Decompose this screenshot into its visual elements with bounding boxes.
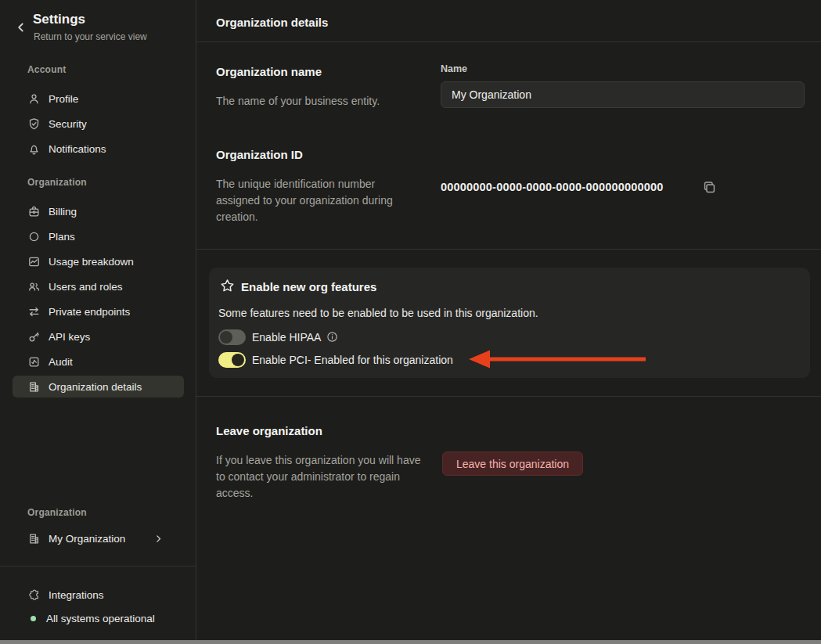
user-icon [27, 92, 41, 106]
sidebar-item-security[interactable]: Security [13, 113, 184, 135]
sidebar-item-notifications[interactable]: Notifications [13, 138, 184, 160]
features-card-title: Enable new org features [241, 280, 376, 293]
sidebar-item-label: Integrations [49, 589, 104, 601]
sidebar-item-label: Profile [49, 93, 78, 105]
status-dot-icon [31, 616, 36, 621]
info-icon[interactable] [326, 331, 338, 343]
header-divider [196, 41, 821, 42]
org-id-description: The unique identification number assigne… [216, 176, 418, 225]
sidebar: Settings Return to your service view Acc… [0, 0, 196, 644]
hipaa-toggle-label: Enable HIPAA [252, 331, 321, 344]
sidebar-item-label: API keys [49, 331, 90, 343]
org-switcher[interactable]: My Organization [13, 527, 184, 549]
sidebar-item-plans[interactable]: Plans [13, 225, 184, 247]
system-status[interactable]: All systems operational [13, 607, 184, 629]
key-icon [27, 330, 41, 344]
sidebar-item-usage-breakdown[interactable]: Usage breakdown [13, 250, 184, 272]
billing-icon [27, 205, 41, 218]
sidebar-title: Settings [33, 12, 85, 27]
sidebar-item-integrations[interactable]: Integrations [13, 584, 184, 606]
sidebar-item-organization-details[interactable]: Organization details [13, 376, 184, 398]
org-name-heading: Organization name [216, 65, 322, 78]
sidebar-item-label: Notifications [49, 143, 106, 155]
shield-check-icon [27, 117, 41, 131]
name-field-label: Name [441, 63, 467, 74]
users-icon [27, 280, 41, 293]
sidebar-item-label: Audit [49, 356, 73, 368]
leave-description: If you leave this organization you will … [216, 452, 426, 502]
chevron-right-icon [153, 534, 164, 544]
arrows-icon [27, 305, 41, 318]
org-name-description: The name of your business entity. [216, 93, 443, 110]
building-icon [27, 380, 41, 394]
puzzle-icon [27, 588, 41, 602]
sidebar-divider [0, 566, 196, 567]
copy-icon[interactable] [702, 180, 718, 196]
sidebar-item-label: Security [49, 118, 87, 130]
annotation-arrow-icon [469, 349, 646, 369]
sidebar-item-label: Private endpoints [49, 306, 130, 318]
section-divider [196, 396, 821, 397]
section-label-account: Account [27, 64, 66, 75]
sidebar-item-api-keys[interactable]: API keys [13, 326, 184, 347]
org-id-heading: Organization ID [216, 148, 303, 161]
hipaa-toggle[interactable] [218, 329, 246, 345]
settings-page: Settings Return to your service view Acc… [0, 0, 821, 644]
sidebar-item-label: Plans [49, 231, 75, 243]
circle-icon [27, 230, 41, 243]
status-label: All systems operational [46, 613, 155, 624]
org-switcher-label: Organization [27, 507, 87, 518]
section-label-organization: Organization [27, 177, 87, 188]
back-chevron-icon[interactable] [14, 20, 28, 34]
sidebar-item-private-endpoints[interactable]: Private endpoints [13, 300, 184, 322]
building-icon [27, 532, 41, 545]
section-divider [196, 249, 821, 250]
pci-toggle[interactable] [218, 352, 246, 368]
sidebar-item-label: Users and roles [49, 281, 123, 293]
page-title: Organization details [216, 16, 328, 29]
pci-toggle-label: Enable PCI- Enabled for this organizatio… [252, 354, 453, 366]
sidebar-item-audit[interactable]: Audit [13, 351, 184, 372]
sidebar-subtitle[interactable]: Return to your service view [34, 31, 147, 42]
features-card-description: Some features need to be enabled to be u… [218, 307, 538, 319]
usage-chart-icon [27, 255, 41, 268]
leave-organization-button[interactable]: Leave this organization [442, 452, 583, 476]
sidebar-item-label: Usage breakdown [49, 256, 134, 268]
bell-icon [27, 142, 41, 156]
sidebar-item-users-and-roles[interactable]: Users and roles [13, 275, 184, 297]
org-name-input[interactable] [441, 81, 805, 108]
org-id-value: 00000000-0000-0000-0000-000000000000 [441, 181, 664, 193]
star-icon [220, 279, 235, 293]
window-bottom-edge [0, 640, 821, 644]
org-switcher-name: My Organization [49, 533, 125, 545]
sidebar-item-label: Billing [49, 206, 77, 218]
sidebar-item-label: Organization details [49, 381, 142, 393]
sidebar-item-billing[interactable]: Billing [13, 200, 184, 222]
leave-heading: Leave organization [216, 424, 322, 437]
sidebar-item-profile[interactable]: Profile [13, 88, 184, 110]
audit-icon [27, 355, 41, 369]
